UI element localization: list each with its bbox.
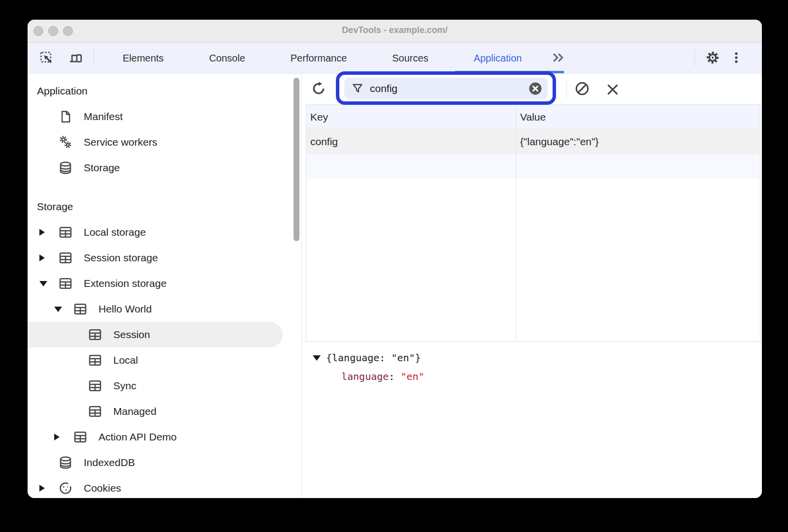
table-icon (73, 302, 88, 316)
clear-filter-button[interactable] (528, 81, 543, 96)
sidebar-item-action-api-demo[interactable]: Action API Demo (28, 424, 301, 450)
tab-elements[interactable]: Elements (100, 43, 186, 73)
sidebar-section-application: Application (28, 78, 301, 104)
sidebar-item-label: Local storage (84, 226, 146, 238)
double-chevron-right-icon (551, 50, 565, 66)
toolbar-divider (566, 80, 567, 98)
circle-slash-icon (574, 91, 590, 98)
sidebar-section-storage: Storage (28, 194, 301, 219)
devtools-tabbar: Elements Console Performance Sources App… (28, 43, 762, 74)
filter-input[interactable] (370, 83, 528, 94)
tabbar-right-divider (694, 50, 695, 66)
file-icon (58, 109, 73, 124)
sidebar-item-label: Session storage (84, 252, 158, 264)
refresh-button[interactable] (311, 81, 327, 97)
sidebar-item-cookies[interactable]: Cookies (28, 475, 301, 498)
preview-root-object: {language: "en"} (326, 352, 421, 364)
table-icon (58, 225, 73, 240)
sidebar-scrollbar[interactable] (294, 78, 299, 241)
devtools-window: DevTools - example.com/ Elements Console… (28, 20, 762, 498)
tab-console[interactable]: Console (186, 43, 267, 73)
table-cell-value[interactable]: {"language":"en"} (516, 129, 760, 154)
filter-field[interactable] (344, 78, 548, 99)
menu-button[interactable] (724, 43, 748, 73)
sidebar-item-label: Manifest (84, 111, 123, 123)
chevron-down-icon[interactable] (39, 281, 47, 286)
devtools-body: Application Manifest Service workers (28, 74, 762, 498)
table-filler (306, 179, 516, 341)
table-icon (73, 430, 88, 444)
sidebar-item-local-storage[interactable]: Local storage (28, 219, 301, 245)
more-tabs-button[interactable] (544, 43, 572, 73)
table-icon (58, 276, 73, 291)
service-workers-icon (58, 135, 73, 150)
preview-property-name: language (341, 371, 389, 382)
x-icon (605, 92, 621, 99)
sidebar-item-service-workers[interactable]: Service workers (28, 129, 301, 155)
sidebar-item-sync[interactable]: Sync (28, 373, 301, 399)
tabbar-divider (94, 50, 94, 66)
chevron-right-icon[interactable] (39, 254, 45, 261)
sidebar-item-label: Hello World (98, 303, 152, 315)
x-in-circle-icon (528, 90, 543, 97)
sidebar-item-label: Extension storage (84, 278, 166, 289)
sidebar-item-label: Action API Demo (98, 431, 177, 443)
tab-performance[interactable]: Performance (268, 43, 370, 73)
chevron-right-icon[interactable] (39, 229, 45, 236)
sidebar-item-extension-storage[interactable]: Extension storage (28, 271, 301, 296)
clear-all-button[interactable] (573, 81, 591, 97)
sidebar-item-label: Managed (113, 406, 157, 417)
refresh-icon (311, 90, 326, 97)
sidebar-item-manifest[interactable]: Manifest (28, 104, 301, 129)
table-empty-row[interactable] (306, 154, 516, 179)
sidebar-item-label: IndexedDB (84, 457, 135, 469)
chevron-down-icon[interactable] (54, 307, 62, 312)
sidebar-item-session-storage[interactable]: Session storage (28, 245, 301, 271)
database-icon (58, 455, 73, 470)
sidebar-item-label: Storage (84, 162, 120, 174)
chevron-right-icon[interactable] (54, 434, 60, 440)
table-empty-row[interactable] (516, 154, 760, 179)
sidebar-item-managed[interactable]: Managed (28, 399, 301, 424)
titlebar: DevTools - example.com/ (28, 20, 762, 43)
sidebar-item-hello-world[interactable]: Hello World (28, 296, 301, 322)
settings-button[interactable] (701, 43, 724, 73)
tab-sources[interactable]: Sources (369, 43, 451, 73)
device-toolbar-button[interactable] (64, 43, 88, 73)
column-header-key[interactable]: Key (306, 105, 516, 129)
table-icon (88, 404, 102, 419)
sidebar-item-local[interactable]: Local (28, 347, 301, 373)
application-sidebar: Application Manifest Service workers (28, 74, 302, 498)
delete-selected-button[interactable] (604, 82, 622, 98)
tab-application[interactable]: Application (451, 43, 545, 73)
chevron-right-icon[interactable] (39, 485, 45, 492)
table-filler (516, 179, 760, 341)
table-icon (58, 250, 73, 265)
sidebar-item-session[interactable]: Session (28, 322, 283, 347)
expand-triangle-icon[interactable] (313, 355, 321, 361)
window-title: DevTools - example.com/ (28, 25, 762, 35)
database-icon (58, 160, 73, 175)
value-preview-pane: {language: "en"} language:"en" (302, 341, 762, 497)
extension-storage-panel: Key Value config {"language":"en"} {lang… (302, 74, 762, 498)
sidebar-item-label: Local (113, 354, 138, 366)
sidebar-item-label: Service workers (84, 136, 157, 148)
table-icon (88, 378, 102, 393)
table-cell-key[interactable]: config (306, 129, 516, 154)
screenshot-stage: DevTools - example.com/ Elements Console… (0, 0, 788, 532)
column-header-value[interactable]: Value (516, 105, 760, 129)
filter-icon (351, 82, 364, 95)
storage-toolbar (302, 74, 762, 104)
sidebar-item-label: Cookies (84, 482, 121, 494)
device-toolbar-icon (68, 50, 83, 66)
cookie-icon (58, 481, 73, 496)
inspect-icon (39, 50, 54, 66)
inspect-element-button[interactable] (34, 43, 58, 73)
sidebar-item-indexeddb[interactable]: IndexedDB (28, 450, 301, 475)
storage-items-table: Key Value config {"language":"en"} (306, 104, 760, 341)
sidebar-item-label: Sync (113, 380, 136, 392)
sidebar-item-storage[interactable]: Storage (28, 155, 301, 181)
gear-icon (705, 50, 720, 66)
preview-property-value: "en" (400, 371, 424, 382)
preview-separator: : (389, 371, 394, 382)
